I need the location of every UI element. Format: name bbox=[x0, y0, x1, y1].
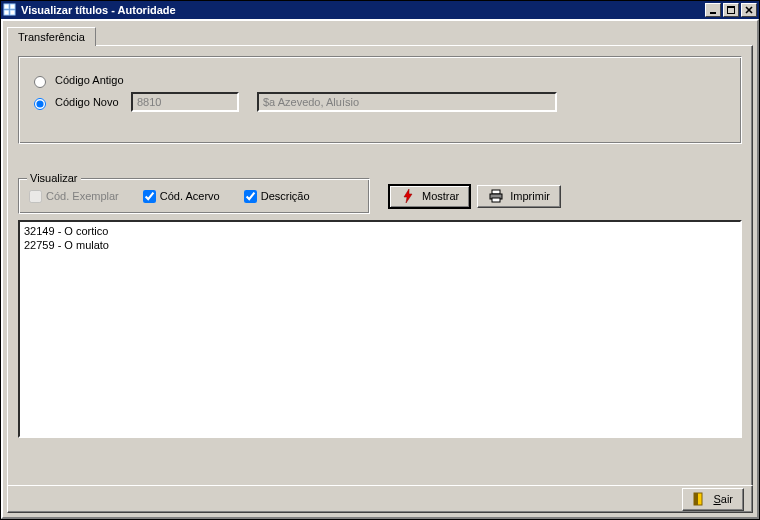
app-window: Visualizar títulos - Autoridade Transfer… bbox=[0, 0, 760, 520]
svg-rect-10 bbox=[492, 190, 500, 194]
svg-rect-0 bbox=[4, 4, 9, 9]
radio-codigo-novo-label: Código Novo bbox=[55, 96, 125, 108]
bottom-bar: Sair bbox=[7, 485, 753, 513]
list-item[interactable]: 22759 - O mulato bbox=[24, 238, 736, 252]
chk-cod-exemplar-label: Cód. Exemplar bbox=[46, 190, 119, 202]
tab-panel: Código Antigo Código Novo 8810 $a Azeved… bbox=[7, 45, 753, 487]
sair-button[interactable]: Sair bbox=[682, 488, 744, 511]
svg-rect-6 bbox=[727, 6, 735, 8]
imprimir-label: Imprimir bbox=[510, 190, 550, 202]
tab-transferencia[interactable]: Transferência bbox=[7, 27, 96, 46]
chk-cod-acervo-label: Cód. Acervo bbox=[160, 190, 220, 202]
svg-rect-1 bbox=[10, 4, 15, 9]
sair-label: Sair bbox=[713, 493, 733, 505]
codigo-field[interactable]: 8810 bbox=[131, 92, 239, 112]
app-icon bbox=[3, 3, 17, 17]
codigo-group: Código Antigo Código Novo 8810 $a Azeved… bbox=[18, 56, 742, 144]
svg-marker-9 bbox=[404, 189, 412, 203]
svg-rect-12 bbox=[492, 198, 500, 202]
nome-field[interactable]: $a Azevedo, Aluísio bbox=[257, 92, 557, 112]
mostrar-label: Mostrar bbox=[422, 190, 459, 202]
window-title: Visualizar títulos - Autoridade bbox=[21, 4, 703, 16]
printer-icon bbox=[488, 188, 504, 204]
minimize-button[interactable] bbox=[705, 3, 721, 17]
titlebar: Visualizar títulos - Autoridade bbox=[1, 1, 759, 19]
visualizar-group: Visualizar Cód. Exemplar Cód. Acervo Des… bbox=[18, 178, 370, 214]
tab-bar: Transferência bbox=[7, 25, 753, 45]
exit-icon bbox=[693, 491, 707, 507]
results-listbox[interactable]: 32149 - O cortico 22759 - O mulato bbox=[18, 220, 742, 438]
radio-codigo-antigo-label: Código Antigo bbox=[55, 74, 124, 86]
client-area: Transferência Código Antigo Código Novo … bbox=[1, 19, 759, 519]
maximize-button[interactable] bbox=[723, 3, 739, 17]
mostrar-button[interactable]: Mostrar bbox=[388, 184, 471, 209]
lightning-icon bbox=[400, 188, 416, 204]
list-item[interactable]: 32149 - O cortico bbox=[24, 224, 736, 238]
svg-rect-14 bbox=[694, 493, 698, 505]
radio-codigo-antigo[interactable] bbox=[34, 76, 46, 88]
svg-rect-3 bbox=[10, 10, 15, 15]
chk-descricao-label: Descrição bbox=[261, 190, 310, 202]
close-button[interactable] bbox=[741, 3, 757, 17]
radio-codigo-novo[interactable] bbox=[34, 98, 46, 110]
svg-rect-2 bbox=[4, 10, 9, 15]
svg-rect-4 bbox=[710, 12, 716, 14]
imprimir-button[interactable]: Imprimir bbox=[477, 185, 561, 208]
visualizar-legend: Visualizar bbox=[27, 172, 81, 184]
window-buttons bbox=[703, 3, 757, 17]
chk-cod-acervo[interactable] bbox=[143, 190, 156, 203]
chk-cod-exemplar[interactable] bbox=[29, 190, 42, 203]
chk-descricao[interactable] bbox=[244, 190, 257, 203]
